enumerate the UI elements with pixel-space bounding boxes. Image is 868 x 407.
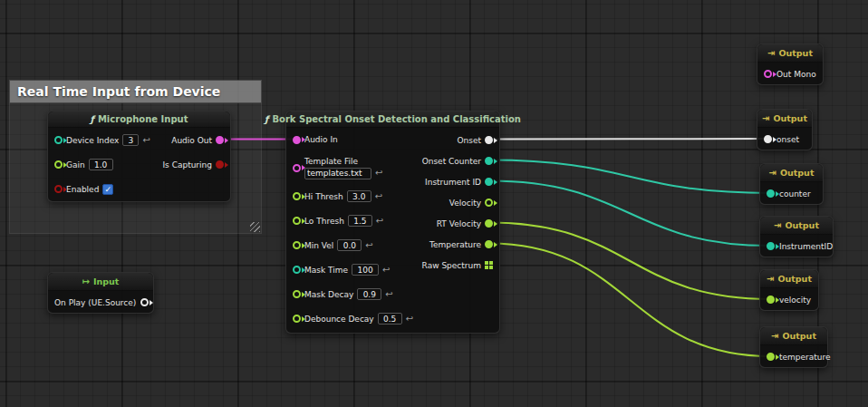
pin-out-counter[interactable]: [767, 189, 775, 198]
gain-input[interactable]: [89, 159, 113, 170]
output-icon: ⇥: [774, 220, 781, 230]
node-output-temperature[interactable]: ⇥ Output temperature: [759, 326, 828, 368]
node-output-counter[interactable]: ⇥ Output counter: [759, 163, 824, 205]
output-header-label: Output: [782, 331, 816, 341]
pin-label-instrument-id: Instrument ID: [425, 178, 481, 187]
pin-audio-in[interactable]: [293, 136, 301, 144]
pin-label-audio-in: Audio In: [304, 135, 338, 144]
pin-label-audio-out: Audio Out: [171, 136, 212, 145]
mask-time-input[interactable]: [352, 264, 379, 276]
node-output-out-mono[interactable]: ⇥ Output Out Mono: [757, 44, 824, 85]
pin-rt-velocity[interactable]: [485, 219, 493, 228]
comment-header[interactable]: Real Time Input from Device: [9, 80, 262, 103]
min-vel-input[interactable]: [337, 239, 362, 251]
pin-debounce-decay[interactable]: [293, 315, 301, 323]
device-index-input[interactable]: [122, 134, 139, 146]
node-output-instrument-id[interactable]: ⇥ Output InstrumentID: [759, 216, 834, 257]
reset-icon[interactable]: ↩: [375, 169, 382, 178]
comment-resize-handle[interactable]: [250, 222, 260, 232]
output-header-label: Output: [773, 113, 807, 123]
reset-icon[interactable]: ↩: [365, 241, 372, 250]
pin-raw-spectrum-array[interactable]: [485, 261, 493, 269]
node-microphone-input[interactable]: ƒ Microphone Input Device Index ↩ Audio …: [47, 111, 231, 202]
template-file-input[interactable]: [304, 168, 371, 179]
lo-thresh-input[interactable]: [348, 215, 372, 227]
pin-out-velocity[interactable]: [767, 296, 775, 304]
pin-label-gain: Gain: [66, 160, 85, 170]
pin-out-onset[interactable]: [764, 135, 772, 143]
pin-template-file[interactable]: [293, 164, 301, 172]
output-icon: ⇥: [767, 274, 774, 284]
wire-temperature[interactable]: [489, 244, 770, 357]
output-node-header[interactable]: ⇥ Output: [757, 44, 823, 63]
pin-label-out-instrument-id: InstrumentID: [779, 242, 833, 251]
node-title: Microphone Input: [98, 114, 188, 124]
node-output-velocity[interactable]: ⇥ Output velocity: [759, 269, 819, 311]
node-output-onset[interactable]: ⇥ Output onset: [757, 109, 813, 150]
mask-decay-input[interactable]: [357, 288, 381, 300]
enabled-checkbox[interactable]: ✓: [102, 184, 113, 195]
output-header-label: Output: [777, 274, 812, 284]
output-header-label: Output: [778, 48, 813, 58]
node-input-on-play[interactable]: ↦ Input On Play (UE.Source): [47, 272, 154, 314]
input-node-header[interactable]: ↦ Input: [48, 273, 153, 291]
pin-label-out-temperature: temperature: [779, 353, 831, 362]
pin-velocity[interactable]: [485, 199, 493, 207]
node-bork-spectral-onset[interactable]: ƒ Bork Spectral Onset Detection and Clas…: [285, 111, 500, 334]
wire-counter[interactable]: [489, 160, 770, 194]
output-node-header[interactable]: ⇥ Output: [760, 164, 823, 182]
pin-is-capturing[interactable]: [216, 160, 224, 169]
output-node-header[interactable]: ⇥ Output: [760, 217, 833, 235]
pin-enabled[interactable]: [54, 185, 63, 193]
pin-mask-time[interactable]: [293, 266, 301, 274]
wire-velocity[interactable]: [489, 223, 770, 300]
pin-gain[interactable]: [54, 160, 63, 169]
blueprint-canvas[interactable]: Real Time Input from Device ƒ Microphone…: [0, 0, 868, 407]
pin-lo-thresh[interactable]: [293, 217, 301, 225]
reset-icon[interactable]: ↩: [385, 290, 392, 299]
pin-label-enabled: Enabled: [66, 185, 99, 194]
node-title: Bork Spectral Onset Detection and Classi…: [272, 114, 521, 124]
node-header-microphone[interactable]: ƒ Microphone Input: [48, 111, 230, 128]
input-header-label: Input: [93, 276, 119, 286]
pin-onset[interactable]: [485, 136, 493, 144]
pin-label-lo-thresh: Lo Thresh: [304, 217, 344, 226]
pin-min-vel[interactable]: [293, 241, 301, 249]
wire-onset[interactable]: [489, 139, 767, 140]
output-node-header[interactable]: ⇥ Output: [760, 327, 827, 345]
reset-icon[interactable]: ↩: [382, 266, 390, 275]
function-icon: ƒ: [91, 114, 94, 124]
pin-out-instrument-id[interactable]: [767, 242, 775, 250]
pin-hi-thresh[interactable]: [293, 192, 301, 200]
function-icon: ƒ: [265, 114, 268, 124]
hi-thresh-input[interactable]: [347, 190, 371, 202]
reset-icon[interactable]: ↩: [406, 315, 413, 324]
pin-audio-out[interactable]: [216, 136, 224, 144]
pin-label-min-vel: Min Vel: [304, 241, 333, 250]
comment-title: Real Time Input from Device: [17, 84, 220, 99]
pin-out-mono[interactable]: [764, 70, 772, 78]
pin-on-play[interactable]: [140, 298, 149, 306]
reset-icon[interactable]: ↩: [142, 136, 149, 145]
pin-onset-counter[interactable]: [485, 157, 493, 165]
reset-icon[interactable]: ↩: [376, 217, 383, 226]
pin-label-rt-velocity: RT Velocity: [437, 219, 481, 228]
pin-label-mask-decay: Mask Decay: [304, 290, 353, 299]
pin-label-mask-time: Mask Time: [304, 266, 348, 275]
output-node-header[interactable]: ⇥ Output: [760, 270, 818, 288]
debounce-decay-input[interactable]: [378, 313, 402, 325]
pin-mask-decay[interactable]: [293, 290, 301, 298]
wire-instrumentid[interactable]: [489, 181, 770, 247]
output-node-header[interactable]: ⇥ Output: [757, 110, 812, 128]
node-header-bork[interactable]: ƒ Bork Spectral Onset Detection and Clas…: [286, 111, 499, 128]
pin-instrument-id[interactable]: [485, 178, 493, 186]
output-icon: ⇥: [769, 168, 776, 178]
reset-icon[interactable]: ↩: [375, 192, 382, 201]
pin-out-temperature[interactable]: [767, 353, 775, 361]
pin-label-temperature: Temperature: [429, 240, 481, 249]
pin-temperature[interactable]: [485, 240, 493, 248]
pin-label-velocity: Velocity: [449, 199, 481, 208]
pin-device-index[interactable]: [54, 136, 63, 144]
output-header-label: Output: [780, 168, 815, 178]
output-header-label: Output: [785, 220, 819, 230]
